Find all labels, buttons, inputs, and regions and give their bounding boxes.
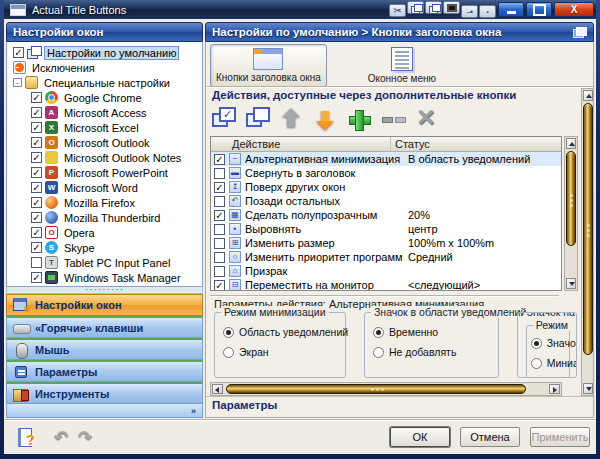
table-row[interactable]: ✓−Альтернативная минимизацияВ область ув…	[211, 152, 561, 166]
remove-action-icon[interactable]	[382, 107, 406, 131]
tree-item[interactable]: ✓OMicrosoft Outlook	[9, 135, 202, 150]
expander-icon[interactable]: -	[13, 78, 22, 87]
tree-checkbox[interactable]: ✓	[31, 242, 42, 253]
redo-icon[interactable]: ↷	[78, 427, 92, 448]
add-action-icon[interactable]	[348, 107, 372, 131]
table-scrollbar[interactable]	[564, 136, 578, 291]
move-down-icon[interactable]	[314, 107, 338, 131]
table-row[interactable]: ○Изменить приоритет программыСредний	[211, 250, 561, 264]
tree-checkbox[interactable]: ✓	[31, 167, 42, 178]
sidebar-item-tools[interactable]: Инструменты	[6, 382, 203, 404]
tree-item[interactable]: ✓Windows Task Manager	[9, 270, 202, 285]
tree-checkbox[interactable]: ✓	[31, 227, 42, 238]
grid-icon[interactable]	[443, 1, 460, 14]
stacked-windows-icon[interactable]	[573, 27, 587, 38]
tree-checkbox[interactable]: ✓	[13, 47, 24, 58]
dot-icon[interactable]	[479, 5, 496, 18]
tab-window-menu[interactable]: Оконное меню	[363, 44, 441, 87]
scissors-icon[interactable]	[389, 4, 406, 17]
radio-icon[interactable]	[223, 347, 234, 358]
tree-checkbox[interactable]: ✓	[31, 212, 42, 223]
table-row[interactable]: ⊞Изменить размер100%m x 100%m	[211, 236, 561, 250]
radio-icon[interactable]	[373, 327, 384, 338]
select-windows-icon[interactable]	[212, 107, 236, 131]
move-up-icon[interactable]	[280, 107, 304, 131]
radio-icon[interactable]	[531, 358, 542, 369]
row-checkbox[interactable]: ✓	[214, 182, 225, 193]
tree-checkbox[interactable]: ✓	[31, 152, 42, 163]
undo-icon[interactable]: ↶	[54, 427, 68, 448]
tree-item[interactable]: TTablet PC Input Panel	[9, 255, 202, 270]
row-checkbox[interactable]: ✓	[214, 280, 225, 291]
apply-button[interactable]: Применить	[530, 427, 590, 447]
tree-item[interactable]: ✓SSkype	[9, 240, 202, 255]
sidebar-item-hotkeys[interactable]: «Горячие» клавиши	[6, 316, 203, 338]
tree-checkbox[interactable]: ✓	[31, 137, 42, 148]
scroll-down-icon[interactable]	[583, 383, 593, 394]
tree-item[interactable]: ✓OOpera	[9, 225, 202, 240]
radio-option[interactable]: Не добавлять	[373, 346, 492, 358]
pin-icon[interactable]	[461, 5, 478, 18]
radio-option[interactable]: Область уведомлений	[223, 326, 339, 338]
row-checkbox[interactable]	[214, 168, 225, 179]
row-checkbox[interactable]	[214, 238, 225, 249]
radio-option[interactable]: Временно	[373, 326, 492, 338]
table-row[interactable]: ▬Свернуть в заголовок	[211, 166, 561, 180]
scroll-up-icon[interactable]	[566, 138, 576, 149]
ok-button[interactable]: ОК	[390, 427, 450, 447]
sidebar-item-mouse[interactable]: Мышь	[6, 338, 203, 360]
delete-icon[interactable]	[416, 107, 440, 131]
row-checkbox[interactable]: ✓	[214, 154, 225, 165]
actions-table[interactable]: Действие Статус ✓−Альтернативная минимиз…	[210, 136, 562, 291]
row-checkbox[interactable]: ✓	[214, 210, 225, 221]
scroll-left-icon[interactable]	[212, 384, 223, 394]
scrollbar-thumb[interactable]	[226, 384, 526, 394]
scroll-up-icon[interactable]	[583, 90, 593, 101]
table-row[interactable]: ↶Позади остальных	[211, 194, 561, 208]
table-row[interactable]: ✓▦Сделать полупрозрачным20%	[211, 208, 561, 222]
scrollbar-thumb[interactable]	[566, 151, 576, 246]
row-checkbox[interactable]	[214, 224, 225, 235]
copy-windows-icon[interactable]	[246, 107, 270, 131]
tree-item[interactable]: Исключения	[9, 60, 202, 75]
sidebar-item-window-settings[interactable]: Настройки окон	[6, 294, 203, 316]
tree-item[interactable]: ✓Настройки по умолчанию	[9, 45, 202, 60]
cancel-button[interactable]: Отмена	[460, 427, 520, 447]
radio-icon[interactable]	[373, 347, 384, 358]
window-settings-tree[interactable]: ✓Настройки по умолчаниюИсключения-Специа…	[6, 42, 203, 287]
tree-checkbox[interactable]: ✓	[31, 122, 42, 133]
scroll-right-icon[interactable]	[549, 384, 560, 394]
copy-icon[interactable]	[407, 1, 424, 14]
scroll-down-icon[interactable]	[566, 278, 576, 289]
maximize-button[interactable]	[526, 2, 552, 17]
radio-icon[interactable]	[223, 327, 234, 338]
tree-item[interactable]: -Специальные настройки	[9, 75, 202, 90]
radio-option[interactable]: Экран	[223, 346, 339, 358]
tree-item[interactable]: ✓AMicrosoft Access	[9, 105, 202, 120]
column-status[interactable]: Статус	[391, 137, 561, 151]
close-button[interactable]	[554, 2, 594, 17]
tree-item[interactable]: ✓XMicrosoft Excel	[9, 120, 202, 135]
tree-item[interactable]: ✓Google Chrome	[9, 90, 202, 105]
panel-scrollbar[interactable]	[581, 88, 594, 396]
titlebar[interactable]: Actual Title Buttons	[4, 0, 596, 19]
column-action[interactable]: Действие	[211, 137, 391, 151]
tree-item[interactable]: ✓Mozilla Firefox	[9, 195, 202, 210]
table-row[interactable]: ▪Выровнятьцентр	[211, 222, 561, 236]
chevron-down-icon[interactable]: »	[191, 406, 196, 416]
tree-checkbox[interactable]: ✓	[31, 272, 42, 283]
row-checkbox[interactable]	[214, 196, 225, 207]
paste-icon[interactable]	[425, 1, 442, 14]
minimize-button[interactable]	[498, 2, 524, 17]
sidebar-splitter[interactable]	[6, 287, 203, 294]
radio-option[interactable]: Миниатю	[531, 357, 567, 369]
sidebar-item-options[interactable]: Параметры	[6, 360, 203, 382]
tree-checkbox[interactable]: ✓	[31, 182, 42, 193]
radio-option[interactable]: Значок	[531, 337, 567, 349]
tab-titlebar-buttons[interactable]: Кнопки заголовка окна	[210, 44, 327, 87]
row-checkbox[interactable]	[214, 266, 225, 277]
params-hscrollbar[interactable]	[210, 382, 562, 396]
table-row[interactable]: ⌂Призрак	[211, 264, 561, 278]
nav-collapse-bar[interactable]: »	[6, 404, 203, 418]
tree-item[interactable]: ✓PMicrosoft PowerPoint	[9, 165, 202, 180]
